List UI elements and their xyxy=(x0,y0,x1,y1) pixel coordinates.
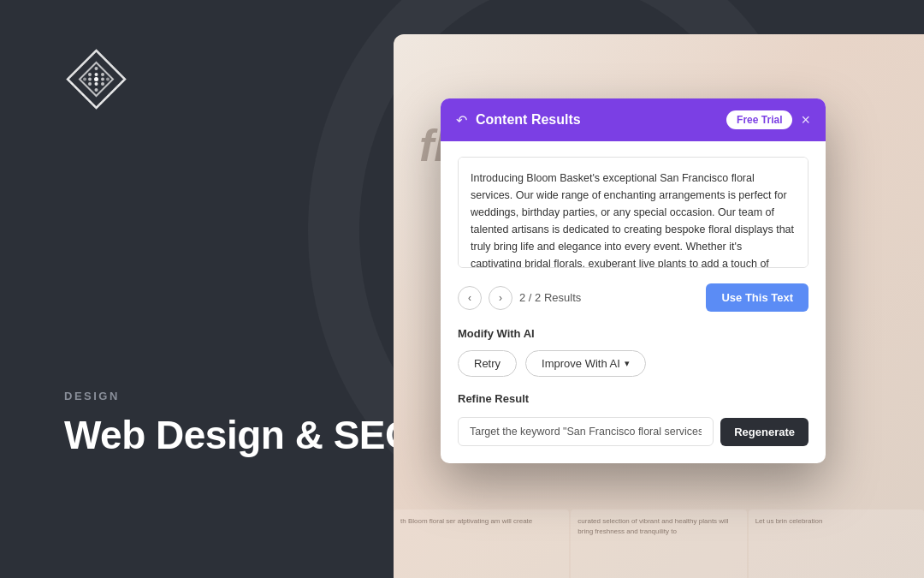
svg-point-8 xyxy=(94,77,98,81)
svg-point-12 xyxy=(95,82,98,86)
category-label: DESIGN xyxy=(64,390,415,402)
strip-3-text: Let us brin celebration xyxy=(755,516,917,527)
refine-input[interactable] xyxy=(458,417,714,446)
svg-point-13 xyxy=(101,82,104,86)
svg-point-10 xyxy=(106,78,110,81)
preview-strip-3: Let us brin celebration xyxy=(749,509,924,578)
svg-point-5 xyxy=(101,73,104,76)
modal-title: Content Results xyxy=(476,112,581,128)
strip-2-text: curated selection of vibrant and healthy… xyxy=(578,516,739,537)
result-textarea[interactable] xyxy=(458,157,808,268)
svg-point-9 xyxy=(101,78,104,81)
regenerate-button[interactable]: Regenerate xyxy=(720,418,808,446)
preview-strips: th Bloom floral ser atptivating am will … xyxy=(394,509,924,578)
modal-header-right: Free Trial × xyxy=(726,110,810,129)
prev-page-button[interactable]: ‹ xyxy=(458,286,482,310)
monitor-area: florals th Bloom floral ser atptivating … xyxy=(394,0,924,578)
modify-ai-label: Modify With AI xyxy=(458,327,808,340)
back-arrow-icon[interactable]: ↶ xyxy=(456,112,467,128)
svg-point-3 xyxy=(88,73,92,76)
svg-point-2 xyxy=(95,67,98,70)
preview-strip-1: th Bloom floral ser atptivating am will … xyxy=(394,509,569,578)
strip-1-text: th Bloom floral ser atptivating am will … xyxy=(400,516,562,527)
refine-row: Regenerate xyxy=(458,417,808,446)
next-page-button[interactable]: › xyxy=(489,286,512,310)
use-text-button[interactable]: Use This Text xyxy=(706,283,808,312)
left-content-area: DESIGN Web Design & SEO xyxy=(64,390,415,458)
svg-point-4 xyxy=(95,73,98,76)
pagination-controls: ‹ › 2 / 2 Results xyxy=(458,286,581,310)
svg-point-7 xyxy=(88,78,92,81)
logo-icon xyxy=(64,47,128,111)
retry-button[interactable]: Retry xyxy=(458,350,517,377)
ai-buttons-row: Retry Improve With AI xyxy=(458,350,808,377)
preview-strip-2: curated selection of vibrant and healthy… xyxy=(571,509,746,578)
logo-area xyxy=(64,47,128,115)
modal-body: ‹ › 2 / 2 Results Use This Text Modify W… xyxy=(441,141,826,463)
free-trial-badge[interactable]: Free Trial xyxy=(726,110,792,129)
refine-result-label: Refine Result xyxy=(458,392,808,405)
pagination-row: ‹ › 2 / 2 Results Use This Text xyxy=(458,283,808,312)
modal-panel: ↶ Content Results Free Trial × ‹ › 2 / 2… xyxy=(441,98,826,463)
modal-header-left: ↶ Content Results xyxy=(456,112,581,128)
svg-point-6 xyxy=(83,78,86,81)
svg-point-11 xyxy=(88,82,92,86)
svg-point-14 xyxy=(95,88,98,92)
modal-header: ↶ Content Results Free Trial × xyxy=(441,98,826,141)
pagination-info: 2 / 2 Results xyxy=(519,291,581,304)
improve-ai-button[interactable]: Improve With AI xyxy=(525,350,646,377)
close-button[interactable]: × xyxy=(801,112,810,128)
main-heading: Web Design & SEO xyxy=(64,413,415,458)
